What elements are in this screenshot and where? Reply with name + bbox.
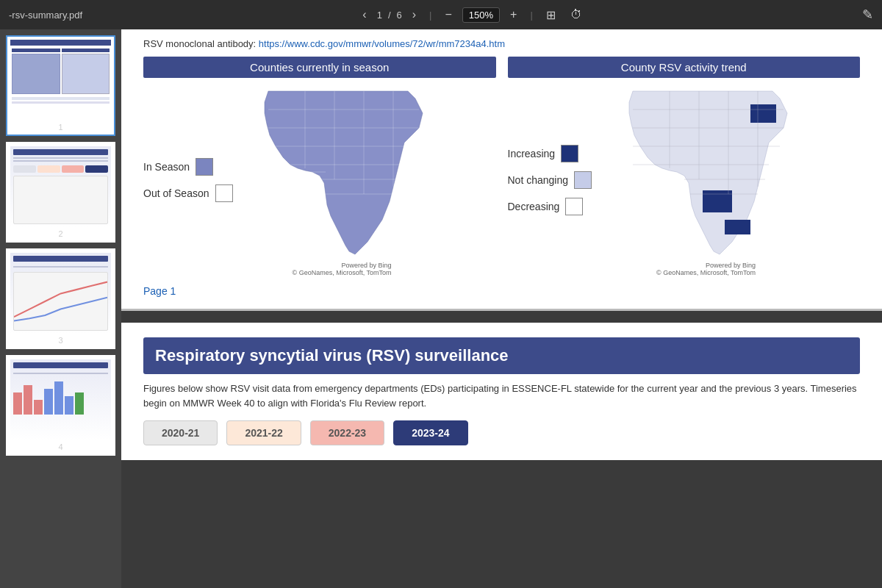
- map-right-credit: Powered by Bing © GeoNames, Microsoft, T…: [656, 262, 756, 276]
- separator-bar2: |: [530, 10, 532, 21]
- maps-row: Counties currently in season In Season O…: [143, 57, 860, 276]
- page-1-top: RSV monoclonal antibody: https://www.cdc…: [121, 29, 882, 311]
- prev-page-button[interactable]: ‹: [358, 7, 370, 23]
- fl-map-right-wrap: Powered by Bing © GeoNames, Microsoft, T…: [611, 84, 802, 276]
- thumb-4-content: [10, 359, 111, 440]
- map-section-left: Counties currently in season In Season O…: [143, 57, 496, 276]
- page-1-label: Page 1: [143, 285, 860, 297]
- legend-left: In Season Out of Season: [143, 158, 239, 202]
- page-separator: /: [388, 10, 391, 21]
- thumb-3-label: 3: [10, 336, 111, 345]
- page-current: 1: [377, 10, 382, 21]
- map-left-credit: Powered by Bing © GeoNames, Microsoft, T…: [293, 262, 392, 276]
- svg-rect-11: [750, 104, 776, 123]
- year-tab-2021-22[interactable]: 2021-22: [226, 420, 301, 445]
- year-tab-2022-23[interactable]: 2022-23: [310, 420, 384, 445]
- thumb-1-label: 1: [10, 123, 111, 132]
- separator-bar: |: [429, 10, 431, 21]
- rsv-surveillance-title: Respiratory syncytial virus (RSV) survei…: [143, 337, 860, 374]
- rsv-description-text: Figures below show RSV visit data from e…: [143, 381, 860, 410]
- legend-right-decreasing-box: [565, 198, 583, 215]
- map-right-with-legend: Increasing Not changing Decreasing: [508, 84, 861, 276]
- legend-left-in-season-box: [196, 158, 213, 176]
- main-layout: 1 2: [0, 29, 882, 588]
- zoom-out-button[interactable]: −: [440, 7, 456, 23]
- legend-left-in-season: In Season: [143, 158, 239, 176]
- svg-rect-13: [725, 220, 750, 234]
- fl-map-left-svg: [246, 84, 437, 260]
- year-tabs-row: 2020-21 2021-22 2022-23 2023-24: [143, 420, 860, 445]
- fit-page-button[interactable]: ⊞: [542, 7, 560, 24]
- content-area[interactable]: RSV monoclonal antibody: https://www.cdc…: [121, 29, 882, 588]
- sidebar-item-page-1[interactable]: 1: [6, 35, 115, 136]
- year-tab-2020-21[interactable]: 2020-21: [143, 420, 218, 445]
- rsv-link-prefix: RSV monoclonal antibody:: [143, 38, 259, 49]
- history-button[interactable]: ⏱: [566, 7, 587, 23]
- legend-right: Increasing Not changing Decreasing: [508, 145, 603, 215]
- map-left-with-legend: In Season Out of Season: [143, 84, 496, 276]
- legend-right-increasing-box: [561, 145, 578, 162]
- legend-left-in-season-label: In Season: [143, 161, 190, 173]
- thumb-4-generic: [10, 359, 111, 440]
- sidebar-item-page-2[interactable]: 2: [6, 142, 115, 243]
- thumb-2-label: 2: [10, 229, 111, 238]
- legend-left-out-of-season-label: Out of Season: [143, 187, 209, 199]
- thumb-4-label: 4: [10, 442, 111, 451]
- svg-rect-12: [703, 190, 732, 212]
- legend-right-increasing-label: Increasing: [508, 148, 556, 159]
- page-total: 6: [397, 10, 402, 21]
- thumb-2-content: [10, 146, 111, 227]
- filename-text: -rsv-summary.pdf: [9, 10, 82, 21]
- year-tab-2023-24[interactable]: 2023-24: [393, 420, 467, 445]
- thumb-2-generic: [10, 146, 111, 227]
- map-left-title: Counties currently in season: [143, 57, 496, 78]
- legend-right-not-changing-label: Not changing: [508, 174, 569, 186]
- legend-left-out-of-season: Out of Season: [143, 184, 239, 202]
- sidebar: 1 2: [0, 29, 121, 588]
- toolbar-controls: ‹ 1 / 6 › | − 150% + | ⊞ ⏱: [358, 7, 586, 24]
- map-section-right: County RSV activity trend Increasing Not…: [508, 57, 861, 276]
- next-page-button[interactable]: ›: [408, 7, 420, 23]
- map-right-title: County RSV activity trend: [508, 57, 861, 78]
- legend-right-decreasing-label: Decreasing: [508, 201, 560, 212]
- edit-button[interactable]: ✎: [862, 7, 873, 23]
- thumb-1-content: [10, 40, 111, 121]
- thumb-3-content: [10, 253, 111, 334]
- toolbar: -rsv-summary.pdf ‹ 1 / 6 › | − 150% + | …: [0, 0, 882, 29]
- page-1-card: RSV monoclonal antibody: https://www.cdc…: [121, 29, 882, 311]
- legend-right-decreasing: Decreasing: [508, 198, 603, 215]
- filename-label: -rsv-summary.pdf: [9, 10, 82, 21]
- fl-map-right-svg: [611, 84, 802, 260]
- zoom-in-button[interactable]: +: [506, 7, 521, 23]
- page-2-card: Respiratory syncytial virus (RSV) survei…: [121, 323, 882, 460]
- rsv-link-row: RSV monoclonal antibody: https://www.cdc…: [143, 38, 860, 49]
- legend-left-out-of-season-box: [215, 184, 233, 202]
- thumb-3-generic: [10, 253, 111, 334]
- legend-right-not-changing-box: [574, 171, 592, 189]
- legend-right-increasing: Increasing: [508, 145, 603, 162]
- sidebar-item-page-3[interactable]: 3: [6, 248, 115, 349]
- zoom-level: 150%: [462, 7, 500, 23]
- page-divider: [121, 311, 882, 317]
- fl-map-left-wrap: Powered by Bing © GeoNames, Microsoft, T…: [246, 84, 437, 276]
- rsv-link-anchor[interactable]: https://www.cdc.gov/mmwr/volumes/72/wr/m…: [259, 38, 505, 49]
- legend-right-not-changing: Not changing: [508, 171, 603, 189]
- sidebar-item-page-4[interactable]: 4: [6, 355, 115, 456]
